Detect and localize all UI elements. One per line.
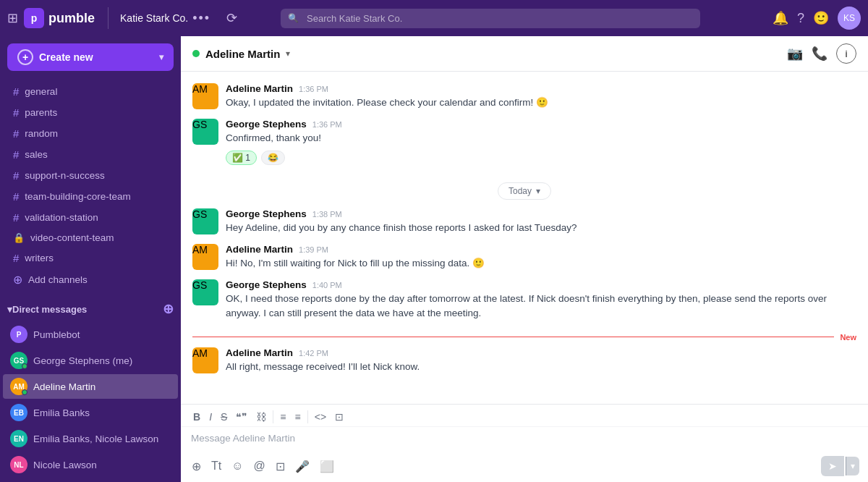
info-icon[interactable]: i xyxy=(836,43,856,64)
app-name: pumble xyxy=(48,11,95,26)
grid-icon[interactable]: ⊞ xyxy=(7,10,18,26)
emilia-avatar: EB xyxy=(10,404,27,421)
sidebar-dm-pumblebot[interactable]: P Pumblebot xyxy=(3,322,178,347)
sidebar-dm-nicole[interactable]: NL Nicole Lawson xyxy=(3,452,178,477)
msg-header-6: Adeline Martin 1:42 PM xyxy=(226,347,856,358)
input-actions-bar: ⊕ Tt ☺ @ ⊡ 🎤 ⬜ ➤ ▾ xyxy=(181,453,868,482)
adeline-status-dot xyxy=(22,389,27,395)
dm-section-label: Direct messages xyxy=(12,304,163,315)
add-channel-icon: ⊕ xyxy=(13,273,22,287)
mention-icon[interactable]: @ xyxy=(252,457,268,475)
recipient-chevron[interactable]: ▾ xyxy=(286,48,290,59)
channel-name-writers: writers xyxy=(25,253,54,263)
toolbar-link[interactable]: ⛓ xyxy=(252,409,270,425)
shortcuts-icon[interactable]: ⬜ xyxy=(318,457,336,475)
msg-avatar-6: AM xyxy=(192,347,218,373)
notifications-icon[interactable]: 🔔 xyxy=(773,10,788,26)
user-avatar[interactable]: KS xyxy=(838,7,861,30)
logo-icon: p xyxy=(24,8,44,28)
sidebar-dm-adeline-martin[interactable]: AM Adeline Martin xyxy=(3,374,178,399)
toolbar-divider-1 xyxy=(273,410,273,423)
dm-name-pumblebot: Pumblebot xyxy=(33,329,80,340)
add-attachment-icon[interactable]: ⊕ xyxy=(190,457,203,475)
dm-name-emilia: Emilia Banks xyxy=(33,407,90,418)
channel-name-parents: parents xyxy=(25,107,57,118)
sidebar-item-validation-station[interactable]: # validation-station xyxy=(3,208,178,227)
toolbar-list-unordered[interactable]: ≡ xyxy=(276,409,289,425)
msg-header-1: Adeline Martin 1:36 PM xyxy=(226,83,856,94)
file-attach-icon[interactable]: ⊡ xyxy=(273,457,287,475)
emoji-picker-icon[interactable]: ☺ xyxy=(229,457,245,475)
toolbar-code-block[interactable]: ⊡ xyxy=(331,409,347,425)
search-input[interactable] xyxy=(281,9,700,28)
date-divider: Today ▾ xyxy=(192,182,856,200)
sidebar-dm-nicole-adeline[interactable]: NA Nicole Lawson, Adeline Mar... xyxy=(3,478,178,482)
sidebar-item-add-channels[interactable]: ⊕ Add channels xyxy=(3,269,178,290)
input-toolbar: B I S ❝❞ ⛓ ≡ ≡ <> ⊡ xyxy=(181,405,868,427)
video-call-icon[interactable]: 📷 xyxy=(787,46,803,62)
sidebar-item-writers[interactable]: # writers xyxy=(3,248,178,268)
msg-author-1: Adeline Martin xyxy=(226,83,293,94)
msg-avatar-2: GS xyxy=(192,119,218,145)
sidebar-item-general[interactable]: # general xyxy=(3,82,178,101)
hash-icon: # xyxy=(13,148,19,161)
reaction-laugh[interactable]: 😂 xyxy=(261,151,285,165)
channel-name-general: general xyxy=(25,86,57,97)
channel-name-support-n-success: support-n-success xyxy=(25,170,104,181)
message-input-box[interactable]: Message Adeline Martin xyxy=(181,427,868,453)
date-divider-button[interactable]: Today ▾ xyxy=(498,182,551,200)
toolbar-strikethrough[interactable]: S xyxy=(217,409,231,425)
toolbar-quote[interactable]: ❝❞ xyxy=(232,409,251,425)
direct-messages-section[interactable]: ▾ Direct messages ⊕ xyxy=(0,297,181,321)
reaction-checkmark[interactable]: ✅ 1 xyxy=(226,151,257,165)
audio-record-icon[interactable]: 🎤 xyxy=(293,457,312,475)
pumblebot-avatar: P xyxy=(10,326,27,343)
dm-section-arrow: ▾ xyxy=(7,304,12,315)
msg-header-3: George Stephens 1:38 PM xyxy=(226,208,856,219)
channel-name-video-content-team: video-content-team xyxy=(30,232,114,243)
emoji-icon[interactable]: 🙂 xyxy=(813,10,829,26)
msg-time-3: 1:38 PM xyxy=(312,210,342,219)
sidebar-dm-emilia-banks[interactable]: EB Emilia Banks xyxy=(3,400,178,425)
sidebar-dm-emilia-nicole[interactable]: EN Emilia Banks, Nicole Lawson xyxy=(3,426,178,451)
channel-name-random: random xyxy=(25,128,58,139)
new-line xyxy=(192,337,834,337)
sidebar-item-video-content-team[interactable]: 🔒 video-content-team xyxy=(3,229,178,247)
workspace-selector[interactable]: Katie Stark Co. ••• xyxy=(114,11,216,26)
search-wrap xyxy=(281,9,700,28)
phone-call-icon[interactable]: 📞 xyxy=(812,46,827,62)
add-dm-icon[interactable]: ⊕ xyxy=(163,301,174,317)
msg-author-3: George Stephens xyxy=(226,208,307,219)
msg-author-2: George Stephens xyxy=(226,119,307,130)
msg-text-5: OK, I need those reports done by the day… xyxy=(226,292,856,321)
sidebar-dm-george-stephens[interactable]: GS George Stephens (me) xyxy=(3,348,178,373)
toolbar-italic[interactable]: I xyxy=(205,409,216,425)
text-format-icon[interactable]: Tt xyxy=(209,457,224,475)
help-icon[interactable]: ? xyxy=(797,11,804,26)
george-avatar-wrap: GS xyxy=(10,352,27,369)
toolbar-bold[interactable]: B xyxy=(190,409,204,425)
msg-header-2: George Stephens 1:36 PM xyxy=(226,119,856,130)
search-container xyxy=(281,9,700,28)
sidebar-item-random[interactable]: # random xyxy=(3,124,178,143)
lock-icon: 🔒 xyxy=(13,232,25,243)
send-options-chevron[interactable]: ▾ xyxy=(846,457,859,475)
msg-header-5: George Stephens 1:40 PM xyxy=(226,279,856,290)
toolbar-list-ordered[interactable]: ≡ xyxy=(292,409,305,425)
send-button[interactable]: ➤ xyxy=(821,456,844,476)
msg-author-6: Adeline Martin xyxy=(226,347,293,358)
sidebar-item-support-n-success[interactable]: # support-n-success xyxy=(3,166,178,185)
hash-icon: # xyxy=(13,85,19,98)
create-new-button[interactable]: + Create new ▾ xyxy=(7,43,174,71)
chat-header-actions: 📷 📞 i xyxy=(787,43,856,64)
history-icon[interactable]: ⟳ xyxy=(222,10,242,26)
msg-content-5: George Stephens 1:40 PM OK, I need those… xyxy=(226,279,856,321)
sidebar-item-team-building-core-team[interactable]: # team-building-core-team xyxy=(3,187,178,206)
toolbar-divider-2 xyxy=(307,410,308,423)
msg-content-1: Adeline Martin 1:36 PM Okay, I updated t… xyxy=(226,83,856,110)
sidebar-item-parents[interactable]: # parents xyxy=(3,103,178,122)
toolbar-code[interactable]: <> xyxy=(311,409,330,425)
dm-name-nicole: Nicole Lawson xyxy=(33,460,97,470)
hash-icon: # xyxy=(13,169,19,182)
sidebar-item-sales[interactable]: # sales xyxy=(3,145,178,164)
